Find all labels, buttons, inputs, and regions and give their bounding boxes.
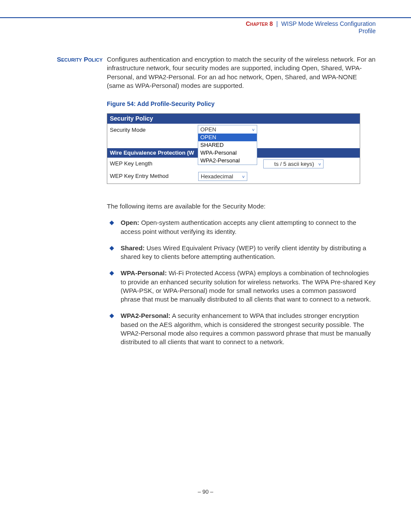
term-wpa-personal: WPA-Personal: [121,269,167,277]
list-item: Shared: Uses Wired Equivalent Privacy (W… [107,244,376,261]
label-wep-key-entry: WEP Key Entry Method [107,173,196,179]
list-item: Open: Open-system authentication accepts… [107,218,376,236]
label-security-mode: Security Mode [107,127,196,133]
wep-key-length-fragment: ts / 5 ascii keys) [264,161,316,167]
mode-list: Open: Open-system authentication accepts… [107,218,376,346]
security-mode-dropdown[interactable]: OPEN ⅴ OPEN SHARED WPA-Personal WPA2-Per… [198,125,257,165]
panel-body: Security Mode OPEN ⅴ OPEN SHARED WPA-Per… [107,124,360,184]
option-wpa2-personal[interactable]: WPA2-Personal [198,157,257,165]
desc-shared: Uses Wired Equivalent Privacy (WEP) to v… [121,244,366,260]
term-wpa2-personal: WPA2-Personal: [121,312,171,319]
option-shared[interactable]: SHARED [198,141,257,149]
header-separator: | [276,20,278,27]
desc-open: Open-system authentication accepts any c… [121,219,356,235]
label-wep-key-length: WEP Key Length [107,160,196,167]
wep-key-length-select[interactable]: ts / 5 ascii keys) ⅴ [263,159,324,168]
chapter-title: WISP Mode Wireless Configuration [281,20,376,27]
term-open: Open: [121,219,139,226]
chevron-down-icon: ⅴ [250,127,257,132]
chevron-down-icon: ⅴ [240,174,247,179]
chevron-down-icon: ⅴ [316,162,323,166]
figure-caption: Figure 54: Add Profile-Security Policy [107,100,376,107]
wep-key-entry-select[interactable]: Hexadecimal ⅴ [198,172,247,181]
panel-title-security-policy: Security Policy [107,114,360,124]
page-header: Chapter 8 | WISP Mode Wireless Configura… [0,18,411,34]
header-line1: Chapter 8 | WISP Mode Wireless Configura… [0,20,376,27]
mode-list-intro: The following items are available for th… [107,202,376,211]
option-open[interactable]: OPEN [198,134,257,141]
page-number: – 90 – [0,488,411,508]
figure-screenshot: Security Policy Security Mode OPEN ⅴ OPE… [107,113,360,184]
security-mode-value: OPEN [198,126,250,133]
list-item: WPA-Personal: Wi-Fi Protected Access (WP… [107,269,376,304]
row-wep-key-length: WEP Key Length [107,160,196,167]
term-shared: Shared: [121,244,145,252]
option-wpa-personal[interactable]: WPA-Personal [198,149,257,157]
wep-key-entry-value: Hexadecimal [199,173,240,180]
security-mode-selected[interactable]: OPEN ⅴ [198,125,257,134]
chapter-label: Chapter 8 [246,20,273,27]
row-security-mode: Security Mode [107,127,196,133]
row-wep-key-entry: WEP Key Entry Method [107,173,196,179]
intro-paragraph: Configures authentication and encryption… [107,55,376,90]
header-subtitle: Profile [0,28,376,34]
section-heading: Security Policy [35,55,107,90]
list-item: WPA2-Personal: A security enhancement to… [107,311,376,346]
